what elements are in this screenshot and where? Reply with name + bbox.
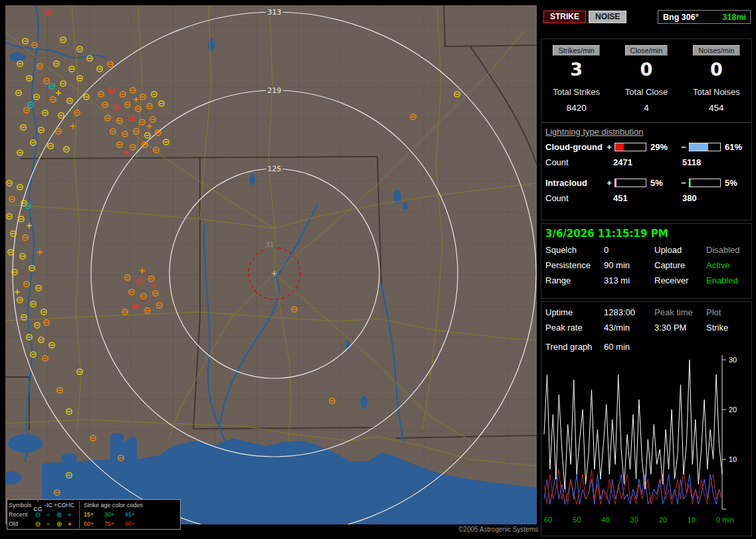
strike-symbol xyxy=(17,185,23,190)
legend-symbol-icon: − xyxy=(43,520,54,528)
strike-symbol xyxy=(7,181,12,186)
strike-symbol xyxy=(54,61,59,66)
close-per-min-chip: Close/min xyxy=(625,45,668,56)
strike-symbol xyxy=(149,276,154,281)
strike-symbol xyxy=(58,113,64,118)
strike-symbol xyxy=(44,320,49,325)
strike-toggle-button[interactable]: STRIKE xyxy=(543,11,586,23)
lightning-map[interactable]: 313 219 125 31 xyxy=(5,5,537,524)
x-tick-20: 20 xyxy=(659,516,667,524)
copyright-text: ©2005 Astrogenic Systems xyxy=(458,526,538,533)
cloud-ground-row: Cloud-ground + 29% − 61% xyxy=(545,142,751,151)
strike-symbol xyxy=(37,64,43,69)
plot-header: Plot xyxy=(706,307,751,317)
strike-symbol xyxy=(17,61,23,66)
strike-symbol xyxy=(17,150,23,155)
noise-toggle-button[interactable]: NOISE xyxy=(589,11,626,23)
receiver-value: Enabled xyxy=(706,275,751,285)
legend-symbols-title: Symbols xyxy=(9,501,33,510)
legend-header: Symbols -CG -IC +CG +IC Strike age color… xyxy=(9,501,179,510)
strike-symbol xyxy=(114,105,119,110)
totals-values-row: 8420 4 454 xyxy=(541,103,751,113)
strike-symbol xyxy=(124,150,129,155)
rate-chips-row: Strikes/min Close/min Noises/min xyxy=(541,39,751,56)
state-border-layer xyxy=(5,5,537,438)
strike-symbol xyxy=(23,38,28,44)
cg-positive-pct: 29% xyxy=(650,142,674,152)
trend-x-axis: 60 50 40 30 20 10 0 min xyxy=(541,516,734,524)
x-tick-60: 60 xyxy=(544,516,552,524)
legend-symbol-icon: ⊕ xyxy=(54,520,64,528)
strike-symbol xyxy=(129,116,134,121)
legend-age-code: 15+ xyxy=(84,510,104,519)
strikes-per-min-chip: Strikes/min xyxy=(553,45,599,56)
ring-label-125: 125 xyxy=(268,165,282,173)
persistence-label: Persistence xyxy=(545,260,604,270)
strike-symbol xyxy=(155,130,161,135)
strike-symbol xyxy=(8,250,13,255)
ring-label-219: 219 xyxy=(268,86,282,95)
trend-plot-area xyxy=(544,360,722,504)
ring-label-313: 313 xyxy=(268,8,282,17)
strike-symbol xyxy=(35,323,40,328)
peak-rate-value: 43/min xyxy=(604,323,654,333)
strike-symbol xyxy=(21,125,26,130)
strike-symbol xyxy=(133,304,138,309)
stats-panel: Strikes/min Close/min Noises/min 3 0 0 T… xyxy=(541,38,752,220)
strike-symbol xyxy=(31,301,36,307)
map-legend: Symbols -CG -IC +CG +IC Strike age color… xyxy=(7,499,181,530)
strike-symbol xyxy=(9,196,15,202)
strike-symbol xyxy=(15,289,20,295)
trend-graph-label: Trend graph xyxy=(545,342,604,352)
peak-time-header: Peak time xyxy=(654,307,706,317)
strike-symbol xyxy=(157,303,162,308)
status-row-squelch: Squelch 0 Upload Disabled xyxy=(545,245,751,255)
strike-symbol xyxy=(27,76,32,81)
strike-symbol xyxy=(16,90,21,96)
strike-symbol xyxy=(153,291,158,296)
total-strikes-value: 8420 xyxy=(541,103,611,113)
totals-labels-row: Total Strikes Total Close Total Noises xyxy=(541,87,751,97)
strike-symbol xyxy=(66,409,72,414)
plot-value: Strike xyxy=(706,323,751,333)
y-tick-10: 10 xyxy=(729,455,737,463)
legend-body: Recent⊖−⊕+15+30+45+Old⊖−⊕+60+75+90+ xyxy=(9,510,179,528)
squelch-value: 0 xyxy=(604,245,654,255)
ic-negative-bar xyxy=(689,179,721,187)
ring-label-31: 31 xyxy=(266,241,274,248)
plus-sign: + xyxy=(605,142,613,152)
water-layer xyxy=(5,5,537,524)
x-tick-50: 50 xyxy=(573,516,581,524)
cg-negative-pct: 61% xyxy=(725,142,749,152)
legend-symbol-icon: − xyxy=(43,510,54,519)
strike-symbol xyxy=(110,129,116,134)
strike-symbol xyxy=(43,356,48,361)
strike-symbol xyxy=(134,129,139,134)
legend-age-code: 90+ xyxy=(125,520,145,528)
ic-positive-bar xyxy=(614,179,646,187)
strike-symbol xyxy=(120,92,126,97)
strike-symbol xyxy=(7,214,12,219)
receiver-label: Receiver xyxy=(654,275,706,285)
strike-symbol xyxy=(31,140,36,145)
cloud-ground-label: Cloud-ground xyxy=(545,142,605,152)
session-row-2: Peak rate 43/min 3:30 PM Strike xyxy=(545,323,751,333)
strike-symbol xyxy=(145,133,150,138)
strike-symbol xyxy=(98,92,104,97)
strike-symbol xyxy=(56,129,61,134)
ic-positive-count: 451 xyxy=(605,193,680,203)
strike-symbol xyxy=(19,216,24,222)
legend-row-label: Old xyxy=(9,520,33,528)
legend-symbol-icon: ⊖ xyxy=(33,510,43,519)
peak-rate-label: Peak rate xyxy=(545,323,604,333)
strikes-per-min-value: 3 xyxy=(541,59,611,80)
ic-positive-pct: 5% xyxy=(650,178,674,188)
legend-row-old: Old⊖−⊕+60+75+90+ xyxy=(9,519,179,528)
strike-symbol xyxy=(77,369,82,374)
squelch-label: Squelch xyxy=(545,245,604,255)
noises-per-min-chip: Noises/min xyxy=(693,45,739,56)
intracloud-count-row: Count 451 380 xyxy=(545,193,751,203)
x-tick-40: 40 xyxy=(601,516,609,524)
legend-symbol-icon: ⊕ xyxy=(54,510,64,519)
strike-symbol xyxy=(32,42,37,48)
